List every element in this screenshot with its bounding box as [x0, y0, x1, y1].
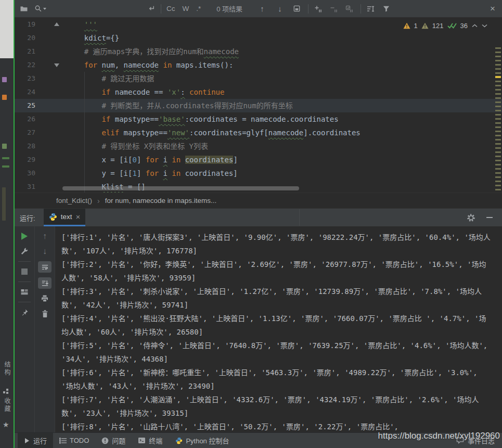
error-stripe[interactable] [495, 45, 501, 193]
breadcrumb-scope[interactable]: font_Kdict() [56, 197, 92, 204]
soft-wrap-icon[interactable] [38, 261, 52, 273]
status-item-python-console[interactable]: Python 控制台 [169, 433, 235, 448]
pin-icon[interactable] [19, 307, 30, 317]
code-token: i [163, 169, 167, 177]
inspections-widget[interactable]: 1 121 36 [403, 20, 487, 31]
code-token: if [101, 115, 110, 123]
down-stack-trace-icon[interactable]: ↓ [40, 246, 50, 257]
editor-horizontal-scrollbar[interactable] [62, 186, 299, 190]
event-log-icon [456, 436, 464, 446]
code-line-26[interactable]: 26 if mapstype=='base':coordinates = nam… [15, 112, 502, 126]
background-artifact [2, 95, 7, 100]
close-search-icon[interactable]: × [487, 4, 498, 14]
code-line-21[interactable]: 21 # 遍历maps字典，找到对应的num和namecode [15, 45, 502, 58]
structure-icon[interactable] [3, 387, 9, 396]
code-line-25[interactable]: 25 # 判断类型，并从.coordinates得到对应num的所有坐标 [15, 99, 502, 112]
status-item-event-log[interactable]: 事件日志 [456, 436, 502, 446]
words-toggle[interactable]: W [182, 5, 189, 12]
open-in-find-window-icon[interactable] [291, 4, 302, 14]
folder-icon[interactable] [19, 4, 29, 14]
breadcrumb-context[interactable]: for num, namecode in maps.items... [105, 197, 217, 204]
fold-marker-icon[interactable] [35, 18, 67, 31]
code-line-22[interactable]: 22 for num, namecode in maps.items(): [15, 58, 502, 72]
print-icon[interactable] [40, 293, 50, 304]
clear-all-trash-icon[interactable] [40, 309, 50, 319]
error-stripe-warning-mark[interactable] [495, 76, 501, 78]
console-line: ['排行:8', '片名', '山路十八湾', '上映首日', '50.2万',… [61, 420, 492, 432]
gear-icon[interactable] [466, 212, 476, 223]
code-line-27[interactable]: 27 elif mapstype=='new':coordinates=glyf… [15, 126, 502, 139]
code-line-24[interactable]: 24 if namecode == 'x': continue [15, 85, 502, 99]
select-all-occurrences-icon[interactable] [344, 4, 354, 14]
chevron-down-icon[interactable] [481, 20, 487, 31]
next-occurrence-icon[interactable]: ↓ [275, 4, 285, 14]
code-token [181, 156, 185, 164]
code-token: if [101, 88, 110, 96]
search-input[interactable] [48, 2, 146, 16]
wrench-settings-icon[interactable] [19, 246, 30, 257]
code-text: kdict={} [67, 31, 502, 45]
rerun-play-icon[interactable] [19, 231, 30, 241]
scroll-to-end-icon[interactable] [38, 277, 52, 289]
favorites-star-icon[interactable]: ★ [3, 420, 9, 429]
fold-marker-icon[interactable] [35, 58, 67, 72]
code-editor[interactable]: 19 '''20 kdict={}21 # 遍历maps字典，找到对应的num和… [15, 18, 502, 193]
background-artifact [2, 187, 6, 221]
line-number: 19 [15, 18, 35, 31]
code-token: # 遍历maps字典，找到对应的num和 [84, 47, 204, 56]
run-tab-text[interactable]: text × [44, 209, 86, 226]
match-case-toggle[interactable]: Cc [166, 5, 175, 12]
code-token: in [163, 61, 172, 69]
status-item-todo[interactable]: TODO [53, 433, 95, 448]
code-token [67, 34, 84, 42]
code-line-29[interactable]: 29 x = [i[0] for i in coordinates] [15, 153, 502, 167]
regex-toggle[interactable]: .* [196, 5, 201, 12]
hide-panel-icon[interactable] [484, 212, 495, 223]
gutter-space [35, 99, 67, 112]
previous-occurrence-icon[interactable]: ↑ [257, 4, 267, 14]
code-line-23[interactable]: 23 # 跳过无用数据 [15, 72, 502, 85]
run-panel-label: 运行: [20, 213, 35, 223]
line-number: 30 [15, 167, 35, 180]
newline-icon[interactable] [146, 4, 157, 14]
indent-guide [84, 112, 85, 126]
stop-icon[interactable] [19, 266, 30, 277]
line-number: 31 [15, 180, 35, 193]
code-token: for [146, 169, 159, 177]
tool-window-structure[interactable]: 结构 [3, 361, 11, 377]
tool-window-favorites[interactable]: 收藏 [3, 398, 11, 413]
code-token: continue [189, 88, 224, 96]
status-item-terminal[interactable]: 终端 [132, 433, 169, 448]
run-controls-toolbar [15, 226, 35, 432]
run-tab-close-icon[interactable]: × [75, 213, 80, 221]
remove-selection-icon[interactable] [328, 4, 339, 14]
code-line-28[interactable]: 28 # 得到坐标 X列表和坐标 Y列表 [15, 139, 502, 153]
code-line-30[interactable]: 30 y = [i[1] for i in coordinates] [15, 167, 502, 180]
problems-icon [101, 436, 109, 446]
console-toolbar: ↑ ↓ [35, 226, 55, 432]
funnel-filter-icon[interactable] [381, 4, 391, 14]
filter-search-results-icon[interactable] [365, 4, 376, 14]
code-line-20[interactable]: 20 kdict={} [15, 31, 502, 45]
up-stack-trace-icon[interactable]: ↑ [40, 231, 50, 241]
code-token: in [172, 169, 181, 177]
status-item-problems[interactable]: 问题 [95, 433, 132, 448]
code-token: coordinates [185, 156, 234, 164]
code-token: ''' [84, 20, 97, 29]
status-item-run[interactable]: 运行 [18, 433, 53, 448]
add-selection-icon[interactable] [313, 4, 323, 14]
todo-list-icon [59, 436, 67, 446]
chevron-up-icon[interactable] [471, 20, 478, 31]
console-output[interactable]: ['排行:1', '片名', '唐人街探案3', '上映首日', '9.90亿'… [55, 226, 492, 432]
double-check-icon [447, 20, 457, 31]
search-history-caret-icon [43, 8, 46, 10]
gutter-space [35, 139, 67, 153]
line-number: 26 [15, 112, 35, 126]
restore-layout-icon[interactable] [19, 287, 30, 297]
warning-count: 1 [414, 22, 418, 30]
status-item-label: 问题 [112, 436, 125, 445]
line-number: 22 [15, 58, 35, 72]
search-icon[interactable] [32, 4, 48, 14]
code-token: namecode [204, 47, 239, 56]
indent-guide [84, 99, 85, 112]
